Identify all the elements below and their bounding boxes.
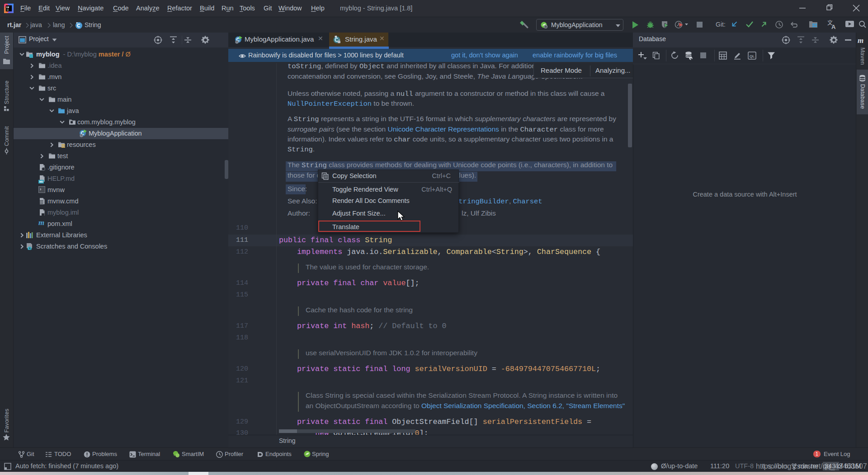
svg-text:A: A <box>831 24 836 29</box>
svg-text:QL: QL <box>750 54 755 58</box>
